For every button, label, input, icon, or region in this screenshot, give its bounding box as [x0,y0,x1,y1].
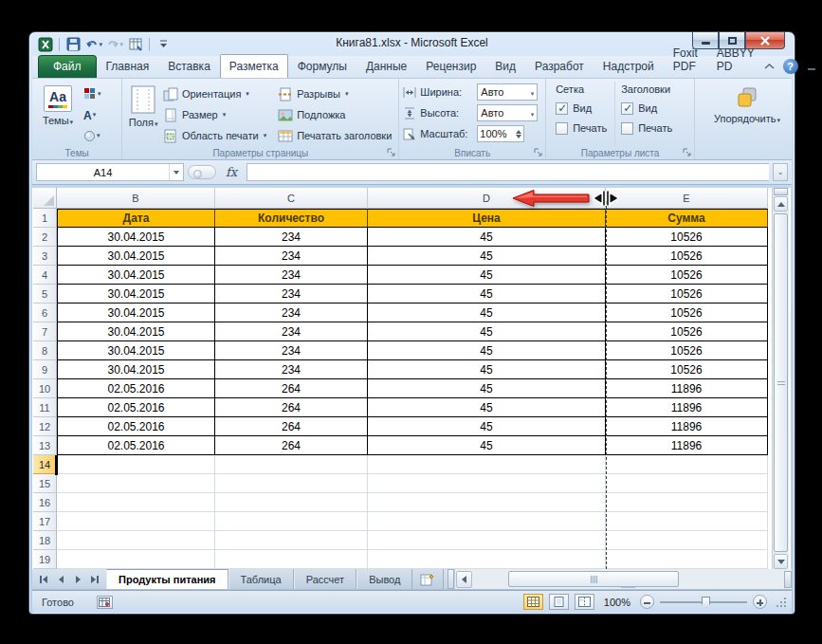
table-row-6-cell-C[interactable]: 234 [215,304,368,322]
table-row-10-cell-D[interactable]: 45 [368,379,606,398]
horizontal-scrollbar[interactable] [454,569,792,589]
tab-foxit-pdf[interactable]: Foxit PDF [664,41,707,78]
gridlines-view-checkbox[interactable] [556,102,568,115]
sheet-tab-таблица[interactable]: Таблица [228,569,294,589]
margins-button[interactable]: Поля [126,82,160,144]
theme-fonts-button[interactable] [82,105,103,124]
row-header-4[interactable]: 4 [33,266,57,285]
empty-row-16-cell-E[interactable] [606,493,768,512]
insert-worksheet-tab[interactable] [412,569,444,589]
last-sheet-icon[interactable] [87,572,102,587]
table-row-5-cell-E[interactable]: 10526 [606,285,768,304]
table-header-row-cell-E[interactable]: Сумма [606,209,768,228]
table-header-row-cell-C[interactable]: Количество [215,209,368,228]
scroll-left-icon[interactable] [456,571,472,588]
table-row-8-cell-B[interactable]: 30.04.2015 [57,341,215,360]
orientation-button[interactable]: Ориентация [160,83,269,104]
tab-разработ[interactable]: Разработ [525,54,594,78]
print-area-button[interactable]: Область печати [160,125,269,146]
table-row-10-cell-B[interactable]: 02.05.2016 [57,379,215,398]
zoom-out-icon[interactable] [640,595,654,609]
resize-grip-icon[interactable] [776,598,786,607]
previous-sheet-icon[interactable] [53,572,68,587]
first-sheet-icon[interactable] [36,572,51,587]
scale-to-fit-dialog-launcher-icon[interactable] [534,148,543,157]
row-header-1[interactable]: 1 [33,209,57,228]
row-header-13[interactable]: 13 [33,436,57,455]
normal-view-icon[interactable] [523,594,543,610]
tab-abbyy-pd[interactable]: ABBYY PD [707,41,764,78]
column-header-C[interactable]: C [215,188,368,209]
name-box[interactable]: A14 [36,163,184,181]
empty-row-17-cell-D[interactable] [368,512,606,531]
empty-row-15-cell-D[interactable] [368,474,606,493]
table-row-10-cell-E[interactable]: 11896 [606,379,768,398]
table-row-6-cell-E[interactable]: 10526 [606,304,768,322]
row-header-6[interactable]: 6 [33,304,57,322]
table-row-13-cell-D[interactable]: 45 [368,436,606,455]
row-header-5[interactable]: 5 [33,285,57,304]
row-header-2[interactable]: 2 [33,228,57,247]
table-row-11-cell-C[interactable]: 264 [215,398,368,417]
table-row-11-cell-D[interactable]: 45 [368,398,606,417]
tab-split-handle[interactable] [448,569,454,589]
row-header-8[interactable]: 8 [33,341,57,360]
empty-row-15-cell-C[interactable] [215,474,368,493]
formula-input[interactable] [247,163,769,181]
tab-надстрой[interactable]: Надстрой [594,54,664,78]
spin-down-icon[interactable] [516,135,521,138]
scroll-up-icon[interactable] [774,196,788,212]
height-combo[interactable]: Авто [477,104,538,121]
tab-вид[interactable]: Вид [485,54,525,78]
sheet-tab-вывод[interactable]: Вывод [356,569,412,589]
row-header-12[interactable]: 12 [33,417,57,436]
table-row-5-cell-C[interactable]: 234 [215,285,368,304]
table-row-9-cell-B[interactable]: 30.04.2015 [57,360,215,379]
select-all-corner[interactable] [33,188,57,209]
table-row-8-cell-D[interactable]: 45 [368,341,606,360]
table-row-9-cell-D[interactable]: 45 [368,360,606,379]
tab-главная[interactable]: Главная [97,54,159,78]
table-row-3-cell-D[interactable]: 45 [368,247,606,266]
tab-file[interactable]: Файл [38,55,97,78]
empty-row-18-cell-B[interactable] [57,531,215,550]
empty-row-19-cell-B[interactable] [57,550,215,569]
table-row-5-cell-D[interactable]: 45 [368,285,606,304]
vertical-split-handle[interactable] [774,188,788,195]
table-row-3-cell-B[interactable]: 30.04.2015 [57,247,215,266]
table-row-9-cell-E[interactable]: 10526 [606,360,768,379]
column-header-B[interactable]: B [57,188,215,209]
page-setup-dialog-launcher-icon[interactable] [387,148,396,157]
table-row-7-cell-E[interactable]: 10526 [606,322,768,341]
row-header-3[interactable]: 3 [33,247,57,266]
table-row-4-cell-C[interactable]: 234 [215,266,368,285]
empty-row-16-cell-C[interactable] [215,493,368,512]
expand-formula-bar-icon[interactable] [773,163,788,181]
spin-up-icon[interactable] [516,130,521,134]
size-button[interactable]: Размер [160,104,269,125]
empty-row-17-cell-E[interactable] [606,512,768,531]
row-header-16[interactable]: 16 [33,493,57,512]
table-row-3-cell-E[interactable]: 10526 [606,247,768,266]
tab-рецензир[interactable]: Рецензир [416,54,485,78]
breaks-button[interactable]: Разрывы [275,83,394,104]
sheet-tab-рассчет[interactable]: Рассчет [294,569,357,589]
empty-row-17-cell-C[interactable] [215,512,368,531]
empty-row-15-cell-B[interactable] [57,474,215,493]
table-row-4-cell-D[interactable]: 45 [368,266,606,285]
row-header-18[interactable]: 18 [33,531,57,550]
empty-row-16-cell-D[interactable] [368,493,606,512]
vertical-scroll-thumb[interactable] [774,213,788,552]
page-layout-view-icon[interactable] [549,594,569,610]
row-header-15[interactable]: 15 [33,474,57,493]
empty-row-14-cell-B[interactable] [57,455,215,474]
empty-row-19-cell-D[interactable] [368,550,606,569]
zoom-in-icon[interactable] [753,595,767,609]
zoom-slider-thumb[interactable] [702,597,710,608]
row-header-9[interactable]: 9 [33,360,57,379]
page-break-view-icon[interactable] [575,594,594,610]
tab-разметка[interactable]: Разметка [220,54,288,78]
themes-button[interactable]: Темы [36,82,80,144]
empty-row-14-cell-D[interactable] [368,455,606,474]
table-row-7-cell-D[interactable]: 45 [368,322,606,341]
